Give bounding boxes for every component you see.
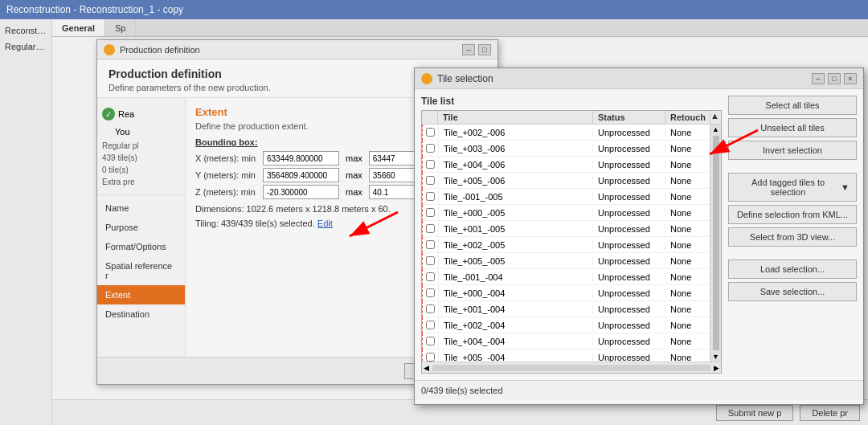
nav-item-spatial[interactable]: Spatial reference r (97, 256, 185, 285)
nav-item-format[interactable]: Format/Options (97, 237, 185, 256)
delete-production-button[interactable]: Delete pr (800, 405, 860, 421)
tile-rows-container[interactable]: Tile_+002_-006 Unprocessed None Tile_+00… (422, 125, 710, 362)
tile-row[interactable]: Tile_+004_-006 Unprocessed None (422, 157, 710, 173)
select-3d-view-button[interactable]: Select from 3D view... (728, 227, 857, 247)
tile-checkbox-cell[interactable] (423, 173, 439, 188)
unselect-all-tiles-button[interactable]: Unselect all tiles (728, 118, 857, 137)
tile-status-cell: Unprocessed (593, 337, 665, 346)
tile-name-cell: Tile_+004_-004 (439, 337, 593, 346)
tile-row[interactable]: Tile_+001_-004 Unprocessed None (422, 301, 710, 317)
tile-row[interactable]: Tile_-001_-005 Unprocessed None (422, 189, 710, 205)
tile-name-cell: Tile_+000_-004 (439, 288, 593, 298)
tile-row[interactable]: Tile_+003_-006 Unprocessed None (422, 141, 710, 157)
tile-checkbox[interactable] (426, 288, 435, 297)
nav-item-extent[interactable]: Extent (97, 285, 185, 304)
scroll-left[interactable]: ◀ (422, 364, 431, 372)
tile-row[interactable]: Tile_-001_-004 Unprocessed None (422, 269, 710, 285)
tile-checkbox-cell[interactable] (423, 333, 439, 349)
tile-checkbox-cell[interactable] (423, 237, 439, 252)
tile-checkbox[interactable] (426, 176, 435, 185)
prod-dialog-maximize[interactable]: □ (478, 44, 491, 55)
nav-item-destination[interactable]: Destination (97, 304, 185, 324)
tile-dialog-maximize[interactable]: □ (828, 73, 841, 84)
app-title-bar: Reconstruction - Reconstruction_1 - copy (0, 0, 868, 19)
y-min-input[interactable] (263, 168, 339, 182)
tile-checkbox[interactable] (426, 160, 435, 169)
nav-item-name[interactable]: Name (97, 198, 185, 218)
tile-list-section: Tile list Tile Status Retouch ▲ (421, 96, 722, 374)
tile-retouch-cell: None (665, 272, 710, 282)
tile-row[interactable]: Tile_+005_-006 Unprocessed None (422, 173, 710, 189)
tile-row[interactable]: Tile_+001_-005 Unprocessed None (422, 221, 710, 237)
h-scroll-thumb[interactable] (432, 365, 710, 371)
z-min-input[interactable] (263, 185, 339, 199)
tile-checkbox-cell[interactable] (423, 189, 439, 204)
tile-row[interactable]: Tile_+002_-004 Unprocessed None (422, 317, 710, 333)
tile-checkbox-cell[interactable] (423, 125, 439, 140)
tile-dialog-close[interactable]: × (844, 73, 857, 84)
nav-rea[interactable]: Rea (118, 109, 134, 119)
scroll-up[interactable]: ▲ (711, 125, 720, 134)
scroll-down[interactable]: ▼ (711, 352, 720, 362)
tile-row[interactable]: Tile_+002_-005 Unprocessed None (422, 237, 710, 253)
prod-dialog-minimize[interactable]: – (462, 44, 475, 55)
tab-sp[interactable]: Sp (105, 19, 136, 36)
add-tagged-button[interactable]: Add tagged tiles to selection ▼ (728, 173, 857, 202)
tile-row[interactable]: Tile_+005_-005 Unprocessed None (422, 253, 710, 269)
tile-checkbox-cell[interactable] (423, 269, 439, 284)
tile-checkbox-cell[interactable] (423, 349, 439, 362)
submit-new-button[interactable]: Submit new p (716, 405, 794, 421)
tile-name-cell: Tile_+002_-005 (439, 240, 593, 250)
nav-you[interactable]: You (115, 127, 130, 137)
define-selection-kml-button[interactable]: Define selection from KML... (728, 205, 857, 224)
prod-nav: ✓ Rea You Regular pl 439 tile(s) 0 tile(… (97, 98, 186, 378)
tile-row[interactable]: Tile_+005_-004 Unprocessed None (422, 349, 710, 362)
x-min-input[interactable] (263, 151, 339, 166)
tile-dialog-minimize[interactable]: – (812, 73, 825, 84)
tile-checkbox-cell[interactable] (423, 301, 439, 317)
tile-row[interactable]: Tile_+004_-004 Unprocessed None (422, 333, 710, 349)
invert-selection-button[interactable]: Invert selection (728, 141, 857, 160)
tile-checkbox-cell[interactable] (423, 141, 439, 156)
tile-checkbox-cell[interactable] (423, 205, 439, 220)
scroll-up-arrow[interactable]: ▲ (710, 111, 721, 124)
tile-row[interactable]: Tile_+000_-004 Unprocessed None (422, 285, 710, 301)
tile-table-header: Tile Status Retouch ▲ (422, 111, 721, 125)
tile-checkbox-cell[interactable] (423, 157, 439, 172)
tile-checkbox-cell[interactable] (423, 253, 439, 268)
tile-checkbox[interactable] (426, 192, 435, 201)
tile-name-cell: Tile_+001_-004 (439, 304, 593, 314)
tile-checkbox[interactable] (426, 353, 435, 362)
tile-checkbox-cell[interactable] (423, 317, 439, 333)
tile-status-cell: Unprocessed (593, 160, 665, 170)
scroll-right[interactable]: ▶ (712, 364, 721, 372)
tile-checkbox-cell[interactable] (423, 221, 439, 236)
select-all-tiles-button[interactable]: Select all tiles (728, 96, 857, 115)
tile-checkbox[interactable] (426, 272, 435, 281)
vertical-scrollbar[interactable]: ▲ ▼ (710, 125, 721, 362)
tile-checkbox[interactable] (426, 256, 435, 265)
nav-item-purpose[interactable]: Purpose (97, 218, 185, 237)
scroll-thumb[interactable] (713, 136, 719, 350)
tile-row[interactable]: Tile_+000_-005 Unprocessed None (422, 205, 710, 221)
tile-name-cell: Tile_-001_-005 (439, 192, 593, 202)
tab-general[interactable]: General (52, 19, 105, 36)
tile-checkbox[interactable] (426, 128, 435, 137)
sidebar-reconstruction[interactable]: Reconstruction (0, 22, 51, 39)
edit-link[interactable]: Edit (317, 219, 333, 228)
save-selection-button[interactable]: Save selection... (728, 282, 857, 301)
tile-checkbox-cell[interactable] (423, 285, 439, 300)
tile-checkbox[interactable] (426, 240, 435, 249)
sidebar-regular-plana[interactable]: Regular plana (0, 39, 51, 55)
horizontal-scrollbar[interactable]: ◀ ▶ (422, 362, 721, 373)
tile-checkbox[interactable] (426, 224, 435, 233)
tile-checkbox[interactable] (426, 321, 435, 329)
sidebar-info-1: Regular pl (97, 140, 185, 152)
load-selection-button[interactable]: Load selection... (728, 259, 857, 279)
tile-checkbox[interactable] (426, 337, 435, 345)
tile-checkbox[interactable] (426, 144, 435, 153)
tile-row[interactable]: Tile_+002_-006 Unprocessed None (422, 125, 710, 141)
tile-checkbox[interactable] (426, 304, 435, 313)
col-retouch: Retouch (665, 111, 710, 124)
tile-checkbox[interactable] (426, 208, 435, 217)
